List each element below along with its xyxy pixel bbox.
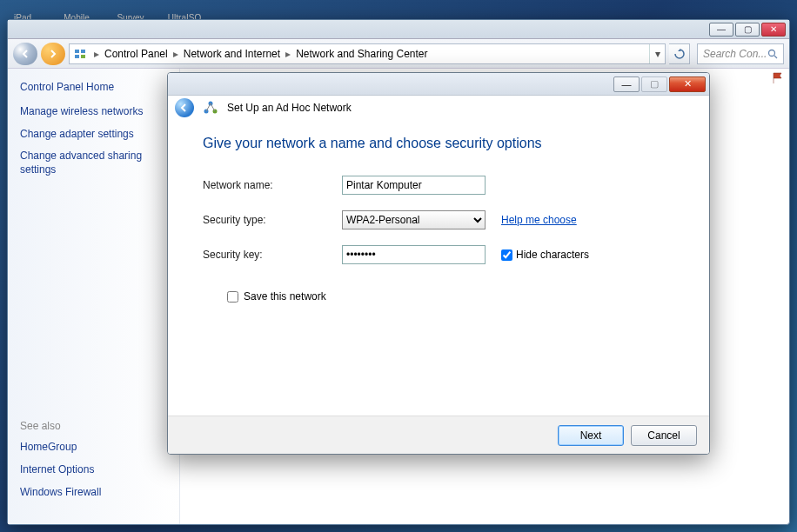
search-placeholder: Search Con... <box>703 48 767 60</box>
help-me-choose-link[interactable]: Help me choose <box>501 214 577 226</box>
save-network-checkbox[interactable] <box>227 291 238 303</box>
breadcrumb-segment[interactable]: Network and Sharing Center <box>294 48 429 60</box>
cancel-button[interactable]: Cancel <box>631 425 697 446</box>
sidebar: Control Panel Home Manage wireless netwo… <box>8 69 180 524</box>
wizard-header-title: Set Up an Ad Hoc Network <box>227 102 352 114</box>
sidebar-link-internet-options[interactable]: Internet Options <box>20 463 167 477</box>
wizard-back-button[interactable] <box>175 98 194 117</box>
network-name-input[interactable] <box>342 176 486 195</box>
sidebar-link-advanced[interactable]: Change advanced sharing settings <box>20 150 167 176</box>
wizard-footer: Next Cancel <box>168 416 709 454</box>
svg-rect-2 <box>75 55 79 58</box>
security-type-select[interactable]: WPA2-Personal <box>342 210 486 229</box>
network-name-label: Network name: <box>203 179 342 191</box>
sidebar-link-adapter[interactable]: Change adapter settings <box>20 128 167 142</box>
wizard-close-button[interactable]: ✕ <box>669 76 706 92</box>
breadcrumb-sep[interactable]: ▸ <box>282 48 294 60</box>
address-bar[interactable]: ▸ Control Panel ▸ Network and Internet ▸… <box>69 43 666 64</box>
save-network-label: Save this network <box>244 290 326 303</box>
search-icon <box>767 49 778 59</box>
svg-line-10 <box>211 103 215 111</box>
address-dropdown[interactable]: ▾ <box>649 44 665 63</box>
nav-back-button[interactable] <box>13 43 37 65</box>
hide-characters-label: Hide characters <box>516 249 589 261</box>
breadcrumb-segment[interactable]: Control Panel <box>103 48 170 60</box>
svg-rect-3 <box>81 55 85 58</box>
location-icon <box>70 47 90 61</box>
svg-line-5 <box>774 56 777 58</box>
breadcrumb-segment[interactable]: Network and Internet <box>182 48 282 60</box>
sidebar-link-firewall[interactable]: Windows Firewall <box>20 486 167 500</box>
sidebar-title[interactable]: Control Panel Home <box>20 81 167 93</box>
next-button[interactable]: Next <box>558 425 624 446</box>
search-input[interactable]: Search Con... <box>697 43 784 64</box>
see-also-label: See also <box>20 420 167 432</box>
hide-characters-checkbox[interactable] <box>501 249 512 261</box>
sidebar-link-wireless[interactable]: Manage wireless networks <box>20 105 167 119</box>
security-key-input[interactable] <box>342 245 486 264</box>
breadcrumb-sep[interactable]: ▸ <box>170 48 182 60</box>
network-icon <box>203 100 218 116</box>
sidebar-link-homegroup[interactable]: HomeGroup <box>20 441 167 455</box>
wizard-minimize-button[interactable]: — <box>613 76 640 92</box>
wizard-title: Give your network a name and choose secu… <box>203 136 674 151</box>
wizard-titlebar[interactable]: — ▢ ✕ <box>168 73 709 96</box>
wizard-maximize-button[interactable]: ▢ <box>641 76 667 92</box>
action-center-flag-icon[interactable] <box>772 72 784 84</box>
svg-line-9 <box>206 103 211 111</box>
nav-forward-button[interactable] <box>41 43 65 65</box>
close-button[interactable]: ✕ <box>761 23 786 37</box>
wizard-header: Set Up an Ad Hoc Network <box>168 96 709 120</box>
maximize-button[interactable]: ▢ <box>735 23 760 37</box>
svg-rect-0 <box>75 50 79 53</box>
explorer-navbar: ▸ Control Panel ▸ Network and Internet ▸… <box>8 39 789 69</box>
window-titlebar[interactable]: — ▢ ✕ <box>8 20 789 39</box>
security-type-label: Security type: <box>203 214 342 226</box>
adhoc-wizard-window: — ▢ ✕ Set Up an Ad Hoc Network Give your… <box>167 72 710 455</box>
svg-rect-1 <box>81 50 85 53</box>
wizard-body: Give your network a name and choose secu… <box>168 120 709 416</box>
breadcrumb-sep[interactable]: ▸ <box>90 48 103 60</box>
minimize-button[interactable]: — <box>709 23 733 37</box>
refresh-button[interactable] <box>669 43 690 64</box>
security-key-label: Security key: <box>203 249 342 261</box>
svg-point-4 <box>769 50 775 56</box>
